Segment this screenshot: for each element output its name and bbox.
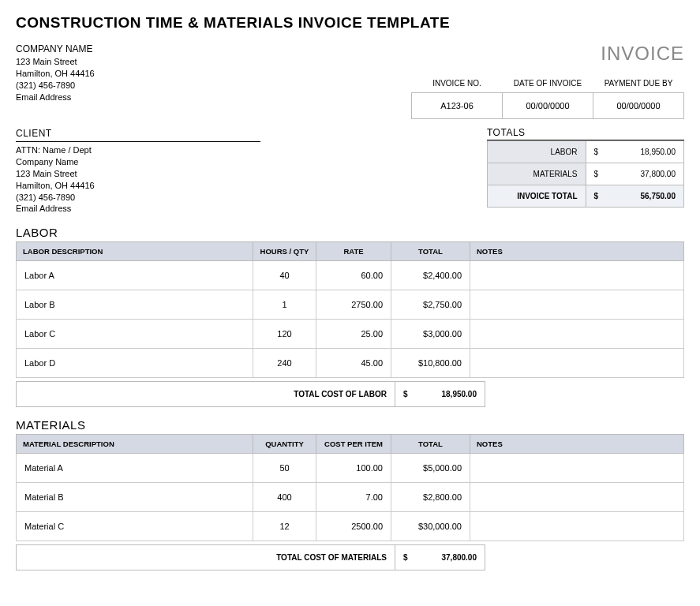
- totals-currency: $: [586, 185, 606, 208]
- labor-subtotal-currency: $: [395, 382, 416, 407]
- cell-desc[interactable]: Labor B: [17, 290, 253, 320]
- materials-subtotal-currency: $: [395, 545, 416, 570]
- table-row: Labor D24045.00$10,800.00: [17, 349, 684, 378]
- cell-desc[interactable]: Material A: [17, 454, 253, 483]
- invoice-meta-table: INVOICE NO. DATE OF INVOICE PAYMENT DUE …: [411, 76, 684, 119]
- table-row: Labor B12750.00$2,750.00: [17, 290, 684, 320]
- cell-rate[interactable]: 2750.00: [316, 290, 391, 320]
- client-attn: ATTN: Name / Dept: [16, 144, 260, 156]
- materials-subtotal-amount: 37,800.00: [416, 545, 485, 570]
- table-row: Labor A4060.00$2,400.00: [17, 261, 684, 290]
- invoice-label: INVOICE: [411, 43, 684, 65]
- page-title: CONSTRUCTION TIME & MATERIALS INVOICE TE…: [16, 14, 684, 32]
- cell-notes[interactable]: [470, 290, 684, 320]
- totals-label: INVOICE TOTAL: [488, 185, 586, 208]
- client-city: Hamilton, OH 44416: [16, 180, 260, 192]
- cell-desc[interactable]: Labor A: [17, 261, 253, 290]
- meta-due[interactable]: 00/00/0000: [593, 93, 684, 119]
- labor-col-total: TOTAL: [391, 242, 470, 261]
- cell-notes[interactable]: [470, 454, 684, 483]
- labor-col-desc: LABOR DESCRIPTION: [17, 242, 253, 261]
- cell-notes[interactable]: [470, 512, 684, 541]
- cell-desc[interactable]: Material B: [17, 483, 253, 512]
- cell-qty[interactable]: 40: [253, 261, 316, 290]
- totals-currency: $: [586, 141, 606, 163]
- company-block: COMPANY NAME 123 Main Street Hamilton, O…: [16, 43, 95, 103]
- cell-notes[interactable]: [470, 261, 684, 290]
- meta-invoice-no[interactable]: A123-06: [412, 93, 503, 119]
- totals-table: LABOR $ 18,950.00 MATERIALS $ 37,800.00 …: [487, 140, 684, 208]
- cell-total: $2,750.00: [391, 290, 470, 320]
- meta-date-header: DATE OF INVOICE: [503, 76, 593, 93]
- section-title-labor: LABOR: [16, 226, 684, 239]
- client-email: Email Address: [16, 203, 260, 215]
- cell-desc[interactable]: Labor C: [17, 320, 253, 349]
- cell-total: $5,000.00: [391, 454, 470, 483]
- totals-heading: TOTALS: [487, 127, 684, 140]
- cell-desc[interactable]: Labor D: [17, 349, 253, 378]
- materials-col-notes: NOTES: [470, 435, 684, 454]
- cell-total: $2,400.00: [391, 261, 470, 290]
- cell-rate[interactable]: 7.00: [316, 483, 391, 512]
- cell-rate[interactable]: 25.00: [316, 320, 391, 349]
- table-row: Material B4007.00$2,800.00: [17, 483, 684, 512]
- cell-desc[interactable]: Material C: [17, 512, 253, 541]
- materials-col-desc: MATERIAL DESCRIPTION: [17, 435, 253, 454]
- cell-qty[interactable]: 120: [253, 320, 316, 349]
- company-phone: (321) 456-7890: [16, 80, 95, 92]
- cell-total: $2,800.00: [391, 483, 470, 512]
- cell-notes[interactable]: [470, 349, 684, 378]
- totals-row-invoice-total: INVOICE TOTAL $ 56,750.00: [488, 185, 684, 208]
- totals-row-materials: MATERIALS $ 37,800.00: [488, 163, 684, 185]
- materials-table: MATERIAL DESCRIPTION QUANTITY COST PER I…: [16, 434, 684, 541]
- cell-qty[interactable]: 400: [253, 483, 316, 512]
- meta-date[interactable]: 00/00/0000: [503, 93, 593, 119]
- cell-total: $30,000.00: [391, 512, 470, 541]
- materials-col-qty: QUANTITY: [253, 435, 316, 454]
- labor-table: LABOR DESCRIPTION HOURS / QTY RATE TOTAL…: [16, 241, 684, 378]
- cell-rate[interactable]: 45.00: [316, 349, 391, 378]
- totals-row-labor: LABOR $ 18,950.00: [488, 141, 684, 163]
- totals-currency: $: [586, 163, 606, 185]
- labor-subtotal-amount: 18,950.00: [416, 382, 485, 407]
- cell-rate[interactable]: 2500.00: [316, 512, 391, 541]
- section-title-materials: MATERIALS: [16, 418, 684, 432]
- client-phone: (321) 456-7890: [16, 192, 260, 204]
- cell-notes[interactable]: [470, 320, 684, 349]
- client-heading: CLIENT: [16, 127, 260, 142]
- client-street: 123 Main Street: [16, 168, 260, 180]
- labor-col-qty: HOURS / QTY: [253, 242, 316, 261]
- table-row: Material A50100.00$5,000.00: [17, 454, 684, 483]
- client-block: CLIENT ATTN: Name / Dept Company Name 12…: [16, 127, 260, 215]
- labor-col-rate: RATE: [316, 242, 391, 261]
- labor-col-notes: NOTES: [470, 242, 684, 261]
- totals-amount: 18,950.00: [606, 141, 683, 163]
- totals-label: MATERIALS: [488, 163, 586, 185]
- cell-total: $3,000.00: [391, 320, 470, 349]
- totals-block: TOTALS LABOR $ 18,950.00 MATERIALS $ 37,…: [487, 127, 684, 208]
- cell-rate[interactable]: 60.00: [316, 261, 391, 290]
- company-street: 123 Main Street: [16, 56, 95, 68]
- cell-qty[interactable]: 1: [253, 290, 316, 320]
- cell-qty[interactable]: 12: [253, 512, 316, 541]
- materials-subtotal-table: TOTAL COST OF MATERIALS $ 37,800.00: [16, 544, 485, 570]
- company-city: Hamilton, OH 44416: [16, 68, 95, 80]
- materials-col-rate: COST PER ITEM: [316, 435, 391, 454]
- cell-qty[interactable]: 240: [253, 349, 316, 378]
- totals-amount: 37,800.00: [606, 163, 683, 185]
- labor-subtotal-table: TOTAL COST OF LABOR $ 18,950.00: [16, 381, 485, 407]
- meta-due-header: PAYMENT DUE BY: [593, 76, 684, 93]
- totals-label: LABOR: [488, 141, 586, 163]
- cell-qty[interactable]: 50: [253, 454, 316, 483]
- cell-notes[interactable]: [470, 483, 684, 512]
- meta-invoice-no-header: INVOICE NO.: [412, 76, 503, 93]
- totals-amount: 56,750.00: [606, 185, 683, 208]
- company-email: Email Address: [16, 92, 95, 103]
- company-name: COMPANY NAME: [16, 43, 95, 55]
- materials-subtotal-label: TOTAL COST OF MATERIALS: [17, 545, 395, 570]
- cell-rate[interactable]: 100.00: [316, 454, 391, 483]
- table-row: Labor C12025.00$3,000.00: [17, 320, 684, 349]
- client-name: Company Name: [16, 156, 260, 168]
- cell-total: $10,800.00: [391, 349, 470, 378]
- materials-col-total: TOTAL: [391, 435, 470, 454]
